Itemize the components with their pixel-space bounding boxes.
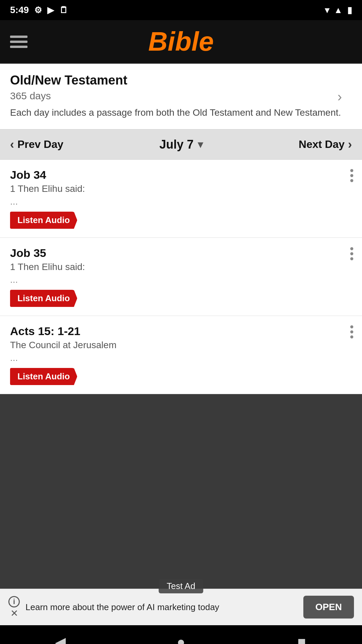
more-options-button-job34[interactable] [350,169,353,182]
passage-title-job34: Job 34 [10,168,352,181]
wifi-icon: ▾ [325,5,329,15]
passage-ellipsis-job35: ... [10,274,352,285]
passage-item-acts15[interactable]: Acts 15: 1-21 The Council at Jerusalem .… [0,316,362,394]
play-icon: ▶ [47,5,54,15]
plan-card[interactable]: Old/New Testament 365 days Each day incl… [0,64,362,129]
app-title: Bible [148,26,214,57]
plan-card-text: Old/New Testament 365 days Each day incl… [10,73,352,120]
ad-close-button[interactable]: ✕ [10,609,18,618]
next-day-label: Next Day [299,138,345,151]
home-button[interactable]: ● [168,629,194,644]
next-day-button[interactable]: Next Day › [299,138,352,152]
passage-ellipsis-acts15: ... [10,353,352,363]
status-right: ▾ ▲ ▮ [325,5,352,15]
passage-subtitle-job34: 1 Then Elihu said: [10,183,352,194]
plan-card-inner: Old/New Testament 365 days Each day incl… [10,73,352,120]
ad-text: Learn more about the power of AI marketi… [25,601,298,613]
current-day-label: July 7 [159,138,193,152]
ad-info-area: i ✕ [8,596,20,618]
bottom-navigation: ◀ ● ■ [0,625,362,644]
back-button[interactable]: ◀ [47,629,74,644]
more-options-button-acts15[interactable] [350,325,353,338]
passage-title-acts15: Acts 15: 1-21 [10,325,352,338]
prev-day-label: Prev Day [17,138,63,151]
plan-days: 365 days [10,90,352,102]
next-arrow-icon: › [348,138,352,152]
passage-subtitle-acts15: The Council at Jerusalem [10,340,352,351]
status-bar: 5:49 ⚙ ▶ 🗒 ▾ ▲ ▮ [0,0,362,20]
passage-item-job34[interactable]: Job 34 1 Then Elihu said: ... Listen Aud… [0,160,362,238]
status-time: 5:49 [10,5,29,15]
status-left: 5:49 ⚙ ▶ 🗒 [10,5,68,15]
prev-arrow-icon: ‹ [10,138,14,152]
passage-item-job35[interactable]: Job 35 1 Then Elihu said: ... Listen Aud… [0,238,362,316]
passage-subtitle-job35: 1 Then Elihu said: [10,262,352,272]
passages-area: Job 34 1 Then Elihu said: ... Listen Aud… [0,160,362,394]
app-header: Bible [0,20,362,64]
battery-icon: ▮ [347,5,352,15]
day-navigation: ‹ Prev Day July 7 ▾ Next Day › [0,129,362,160]
menu-button[interactable] [10,36,27,48]
plan-description: Each day includes a passage from both th… [10,106,352,120]
prev-day-button[interactable]: ‹ Prev Day [10,138,63,152]
dark-background-area [0,394,362,589]
settings-icon: ⚙ [34,5,42,15]
signal-icon: ▲ [334,5,343,15]
recent-button[interactable]: ■ [288,629,315,644]
more-options-button-job35[interactable] [350,247,353,260]
passage-title-job35: Job 35 [10,247,352,260]
test-ad-label: Test Ad [159,579,203,593]
listen-audio-button-acts15[interactable]: Listen Audio [10,368,77,385]
plan-title: Old/New Testament [10,73,352,88]
ad-banner: Test Ad i ✕ Learn more about the power o… [0,589,362,625]
clipboard-icon: 🗒 [59,5,68,15]
day-selector[interactable]: July 7 ▾ [159,138,202,152]
ad-open-button[interactable]: OPEN [303,596,354,619]
chevron-down-icon: ▾ [198,139,203,150]
listen-audio-button-job34[interactable]: Listen Audio [10,212,77,229]
listen-audio-button-job35[interactable]: Listen Audio [10,290,77,307]
passage-ellipsis-job34: ... [10,196,352,207]
plan-arrow-icon[interactable]: › [338,89,342,104]
ad-info-icon: i [8,596,20,607]
